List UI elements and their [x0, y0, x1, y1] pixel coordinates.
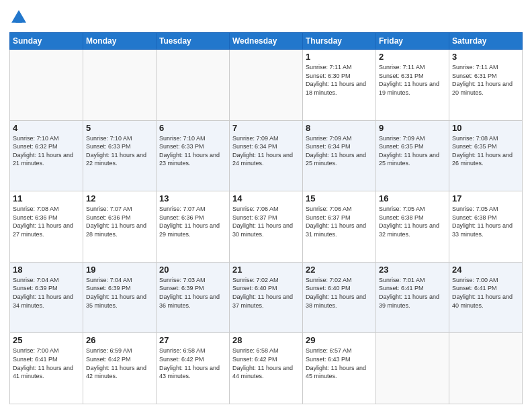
- day-info: Sunrise: 7:07 AMSunset: 6:36 PMDaylight:…: [159, 205, 226, 238]
- calendar-cell: [83, 50, 157, 121]
- day-number: 17: [452, 193, 519, 203]
- day-info: Sunrise: 7:00 AMSunset: 6:41 PMDaylight:…: [13, 347, 80, 380]
- day-number: 18: [13, 265, 80, 275]
- day-number: 14: [232, 193, 300, 203]
- day-info: Sunrise: 7:05 AMSunset: 6:38 PMDaylight:…: [379, 205, 446, 238]
- calendar-cell: 20Sunrise: 7:03 AMSunset: 6:39 PMDayligh…: [157, 262, 230, 333]
- calendar-cell: 14Sunrise: 7:06 AMSunset: 6:37 PMDayligh…: [230, 191, 303, 263]
- calendar-cell: 22Sunrise: 7:02 AMSunset: 6:40 PMDayligh…: [303, 262, 376, 333]
- day-info: Sunrise: 7:10 AMSunset: 6:32 PMDaylight:…: [13, 134, 80, 168]
- column-header-saturday: Saturday: [449, 33, 523, 50]
- column-header-thursday: Thursday: [303, 33, 376, 50]
- calendar-cell: [10, 50, 83, 121]
- calendar-cell: 23Sunrise: 7:01 AMSunset: 6:41 PMDayligh…: [376, 262, 449, 333]
- day-number: 5: [86, 123, 153, 133]
- day-number: 13: [159, 193, 226, 203]
- calendar-cell: 10Sunrise: 7:08 AMSunset: 6:35 PMDayligh…: [449, 120, 523, 191]
- calendar-cell: [157, 50, 230, 121]
- page: SundayMondayTuesdayWednesdayThursdayFrid…: [0, 0, 532, 411]
- calendar-cell: 26Sunrise: 6:59 AMSunset: 6:42 PMDayligh…: [83, 333, 157, 404]
- svg-rect-2: [15, 19, 21, 23]
- calendar-cell: 15Sunrise: 7:06 AMSunset: 6:37 PMDayligh…: [303, 191, 376, 263]
- day-number: 26: [86, 335, 153, 345]
- day-info: Sunrise: 6:59 AMSunset: 6:42 PMDaylight:…: [86, 347, 153, 380]
- day-number: 22: [306, 265, 373, 275]
- day-info: Sunrise: 7:09 AMSunset: 6:35 PMDaylight:…: [379, 134, 446, 168]
- calendar-cell: [376, 333, 449, 404]
- day-number: 25: [13, 335, 80, 345]
- day-info: Sunrise: 7:01 AMSunset: 6:41 PMDaylight:…: [379, 276, 446, 310]
- calendar-cell: 7Sunrise: 7:09 AMSunset: 6:34 PMDaylight…: [230, 120, 303, 191]
- calendar-cell: 6Sunrise: 7:10 AMSunset: 6:33 PMDaylight…: [157, 120, 230, 191]
- day-info: Sunrise: 7:11 AMSunset: 6:31 PMDaylight:…: [452, 63, 519, 97]
- day-number: 15: [306, 193, 373, 203]
- calendar-week-2: 4Sunrise: 7:10 AMSunset: 6:32 PMDaylight…: [10, 120, 523, 191]
- day-number: 1: [306, 52, 373, 62]
- day-info: Sunrise: 7:11 AMSunset: 6:31 PMDaylight:…: [379, 63, 446, 97]
- day-number: 29: [306, 335, 373, 345]
- day-info: Sunrise: 7:02 AMSunset: 6:40 PMDaylight:…: [232, 276, 300, 310]
- day-number: 8: [306, 123, 373, 133]
- day-number: 3: [452, 52, 519, 62]
- calendar-cell: 13Sunrise: 7:07 AMSunset: 6:36 PMDayligh…: [157, 191, 230, 263]
- day-info: Sunrise: 7:02 AMSunset: 6:40 PMDaylight:…: [306, 276, 373, 310]
- day-info: Sunrise: 7:09 AMSunset: 6:34 PMDaylight:…: [306, 134, 373, 168]
- calendar-cell: 9Sunrise: 7:09 AMSunset: 6:35 PMDaylight…: [376, 120, 449, 191]
- calendar-cell: 3Sunrise: 7:11 AMSunset: 6:31 PMDaylight…: [449, 50, 523, 121]
- day-info: Sunrise: 7:06 AMSunset: 6:37 PMDaylight:…: [306, 205, 373, 238]
- day-number: 23: [379, 265, 446, 275]
- calendar-cell: 11Sunrise: 7:08 AMSunset: 6:36 PMDayligh…: [10, 191, 83, 263]
- day-number: 10: [452, 123, 519, 133]
- day-info: Sunrise: 7:08 AMSunset: 6:36 PMDaylight:…: [13, 205, 80, 238]
- day-number: 4: [13, 123, 80, 133]
- day-number: 24: [452, 265, 519, 275]
- calendar-cell: 17Sunrise: 7:05 AMSunset: 6:38 PMDayligh…: [449, 191, 523, 263]
- column-header-sunday: Sunday: [10, 33, 83, 50]
- day-number: 21: [232, 265, 300, 275]
- calendar-cell: 1Sunrise: 7:11 AMSunset: 6:30 PMDaylight…: [303, 50, 376, 121]
- calendar-cell: 21Sunrise: 7:02 AMSunset: 6:40 PMDayligh…: [230, 262, 303, 333]
- calendar-cell: 8Sunrise: 7:09 AMSunset: 6:34 PMDaylight…: [303, 120, 376, 191]
- column-header-wednesday: Wednesday: [230, 33, 303, 50]
- column-header-monday: Monday: [83, 33, 157, 50]
- day-info: Sunrise: 7:11 AMSunset: 6:30 PMDaylight:…: [306, 63, 373, 97]
- calendar-cell: 27Sunrise: 6:58 AMSunset: 6:42 PMDayligh…: [157, 333, 230, 404]
- day-info: Sunrise: 7:10 AMSunset: 6:33 PMDaylight:…: [86, 134, 153, 168]
- day-number: 16: [379, 193, 446, 203]
- day-info: Sunrise: 7:09 AMSunset: 6:34 PMDaylight:…: [232, 134, 300, 168]
- logo: [9, 8, 31, 27]
- calendar-week-4: 18Sunrise: 7:04 AMSunset: 6:39 PMDayligh…: [10, 262, 523, 333]
- day-info: Sunrise: 6:58 AMSunset: 6:42 PMDaylight:…: [232, 347, 300, 380]
- column-header-tuesday: Tuesday: [157, 33, 230, 50]
- calendar-cell: 16Sunrise: 7:05 AMSunset: 6:38 PMDayligh…: [376, 191, 449, 263]
- calendar-week-5: 25Sunrise: 7:00 AMSunset: 6:41 PMDayligh…: [10, 333, 523, 404]
- calendar-week-3: 11Sunrise: 7:08 AMSunset: 6:36 PMDayligh…: [10, 191, 523, 263]
- day-number: 2: [379, 52, 446, 62]
- day-number: 12: [86, 193, 153, 203]
- day-number: 20: [159, 265, 226, 275]
- calendar-cell: 24Sunrise: 7:00 AMSunset: 6:41 PMDayligh…: [449, 262, 523, 333]
- calendar-cell: 29Sunrise: 6:57 AMSunset: 6:43 PMDayligh…: [303, 333, 376, 404]
- day-info: Sunrise: 7:08 AMSunset: 6:35 PMDaylight:…: [452, 134, 519, 168]
- column-header-friday: Friday: [376, 33, 449, 50]
- calendar-cell: [449, 333, 523, 404]
- calendar-cell: 2Sunrise: 7:11 AMSunset: 6:31 PMDaylight…: [376, 50, 449, 121]
- calendar-cell: [230, 50, 303, 121]
- day-number: 9: [379, 123, 446, 133]
- day-number: 27: [159, 335, 226, 345]
- day-info: Sunrise: 6:58 AMSunset: 6:42 PMDaylight:…: [159, 347, 226, 380]
- day-number: 11: [13, 193, 80, 203]
- day-number: 6: [159, 123, 226, 133]
- logo-icon: [9, 8, 28, 27]
- calendar-table: SundayMondayTuesdayWednesdayThursdayFrid…: [9, 32, 523, 404]
- calendar-week-1: 1Sunrise: 7:11 AMSunset: 6:30 PMDaylight…: [10, 50, 523, 121]
- calendar-cell: 25Sunrise: 7:00 AMSunset: 6:41 PMDayligh…: [10, 333, 83, 404]
- header: [9, 8, 523, 27]
- day-number: 19: [86, 265, 153, 275]
- day-number: 7: [232, 123, 300, 133]
- calendar-cell: 28Sunrise: 6:58 AMSunset: 6:42 PMDayligh…: [230, 333, 303, 404]
- day-info: Sunrise: 6:57 AMSunset: 6:43 PMDaylight:…: [306, 347, 373, 380]
- day-info: Sunrise: 7:04 AMSunset: 6:39 PMDaylight:…: [86, 276, 153, 310]
- calendar-cell: 5Sunrise: 7:10 AMSunset: 6:33 PMDaylight…: [83, 120, 157, 191]
- calendar-cell: 4Sunrise: 7:10 AMSunset: 6:32 PMDaylight…: [10, 120, 83, 191]
